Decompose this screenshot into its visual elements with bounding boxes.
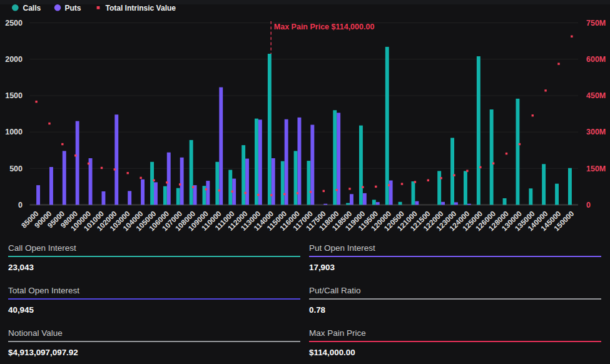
- svg-text:2000: 2000: [5, 55, 23, 64]
- svg-text:2500: 2500: [5, 19, 23, 28]
- svg-text:Puts: Puts: [65, 4, 81, 13]
- svg-text:Total Intrinsic Value: Total Intrinsic Value: [106, 4, 176, 13]
- svg-text:1500: 1500: [5, 91, 23, 100]
- svg-text:0: 0: [18, 201, 23, 210]
- svg-text:600M: 600M: [586, 55, 606, 64]
- svg-text:Max Pain Price $114,000.00: Max Pain Price $114,000.00: [274, 23, 375, 31]
- svg-text:450M: 450M: [586, 91, 606, 100]
- svg-text:300M: 300M: [586, 128, 606, 136]
- svg-text:1000: 1000: [5, 128, 23, 136]
- svg-text:0: 0: [586, 201, 591, 210]
- svg-text:750M: 750M: [586, 19, 606, 28]
- svg-text:500: 500: [9, 164, 23, 173]
- svg-text:Calls: Calls: [23, 4, 41, 13]
- svg-text:150M: 150M: [586, 164, 606, 173]
